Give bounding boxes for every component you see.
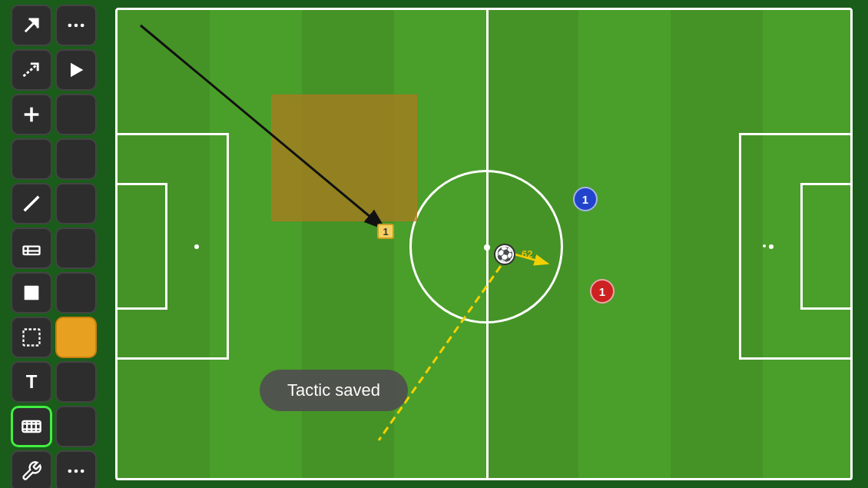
label-box-1: 1 <box>377 224 394 239</box>
svg-point-20 <box>68 470 72 473</box>
soccer-pitch[interactable]: 1 ⚽ 62 1 1 Tactic saved <box>115 8 853 480</box>
svg-rect-12 <box>25 286 39 300</box>
speed-label: 62 <box>522 248 532 260</box>
toolbar: T <box>0 0 108 488</box>
blank-btn-3[interactable] <box>55 138 97 180</box>
add-tool-button[interactable] <box>11 94 52 135</box>
line-tool-button[interactable] <box>11 183 52 224</box>
blank-btn-2[interactable] <box>11 138 52 180</box>
player-blue-1[interactable]: 1 <box>573 187 598 211</box>
text-tool-button[interactable]: T <box>11 361 52 403</box>
soccer-ball[interactable]: ⚽ <box>494 244 515 265</box>
blank-btn-1[interactable] <box>55 94 97 135</box>
svg-line-8 <box>25 197 39 211</box>
film-tool-button[interactable] <box>11 406 52 447</box>
blank-btn-4[interactable] <box>55 183 97 224</box>
more-options-button-1[interactable] <box>55 5 97 46</box>
pitch-container: 1 ⚽ 62 1 1 Tactic saved <box>108 0 868 488</box>
svg-point-1 <box>68 24 72 28</box>
select-tool-button[interactable] <box>11 317 52 358</box>
svg-point-21 <box>75 470 78 473</box>
color-tool-button[interactable] <box>55 317 97 358</box>
dashed-arrow-tool-button[interactable] <box>11 49 52 91</box>
more-options-button-2[interactable] <box>55 450 97 488</box>
play-button[interactable] <box>55 49 97 91</box>
orange-zone <box>271 95 417 221</box>
eraser-tool-button[interactable] <box>11 227 52 269</box>
arrow-tool-button[interactable] <box>11 5 52 46</box>
blank-btn-7[interactable] <box>55 361 97 403</box>
svg-point-2 <box>75 24 78 28</box>
blank-btn-6[interactable] <box>55 272 97 314</box>
svg-rect-13 <box>24 330 40 346</box>
blank-btn-5[interactable] <box>55 227 97 269</box>
svg-point-22 <box>81 470 84 473</box>
square-tool-button[interactable] <box>11 272 52 314</box>
wrench-tool-button[interactable] <box>11 450 52 488</box>
svg-line-4 <box>24 65 36 76</box>
svg-marker-5 <box>71 63 83 78</box>
svg-point-3 <box>81 24 84 28</box>
player-red-1[interactable]: 1 <box>590 279 615 304</box>
blank-btn-8[interactable] <box>55 406 97 447</box>
